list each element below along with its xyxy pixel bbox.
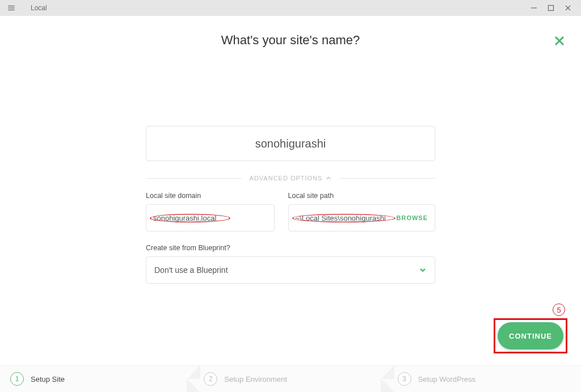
continue-area: 5 CONTINUE [494, 304, 567, 353]
site-name-input[interactable] [146, 126, 435, 161]
annotation-red-frame: CONTINUE [494, 318, 567, 353]
continue-button[interactable]: CONTINUE [498, 322, 563, 349]
chevron-up-icon [326, 175, 331, 181]
path-input-box[interactable]: BROWSE [288, 204, 436, 231]
step-number: 1 [10, 372, 24, 386]
annotation-circle [296, 214, 392, 222]
close-dialog-button[interactable] [551, 33, 567, 49]
advanced-options-label: ADVANCED OPTIONS [250, 175, 323, 182]
domain-input[interactable] [153, 214, 227, 222]
divider-line [146, 178, 242, 179]
step-setup-wordpress[interactable]: 3 Setup WordPress [388, 366, 581, 392]
blueprint-field-label: Create site from Blueprint? [146, 244, 435, 252]
step-setup-site[interactable]: 1 Setup Site [0, 366, 193, 392]
domain-field-label: Local site domain [146, 192, 275, 200]
main-content: What's your site's name? ADVANCED OPTION… [0, 16, 581, 392]
step-label: Setup Site [31, 375, 65, 383]
step-setup-environment[interactable]: 2 Setup Environment [193, 366, 387, 392]
window-minimize-button[interactable] [525, 0, 542, 16]
hamburger-menu-icon[interactable] [5, 4, 18, 12]
annotation-step-number: 5 [553, 304, 565, 316]
step-label: Setup WordPress [418, 375, 476, 383]
step-label: Setup Environment [224, 375, 287, 383]
advanced-options-toggle[interactable]: ADVANCED OPTIONS [146, 175, 435, 182]
window-title: Local [31, 4, 47, 12]
window-close-button[interactable] [559, 0, 576, 16]
chevron-down-icon [419, 266, 427, 274]
window-maximize-button[interactable] [542, 0, 559, 16]
page-title: What's your site's name? [221, 33, 360, 48]
path-input[interactable] [296, 214, 392, 222]
step-number: 2 [204, 372, 217, 386]
svg-rect-0 [549, 6, 554, 11]
browse-button[interactable]: BROWSE [397, 214, 428, 221]
form-area: ADVANCED OPTIONS Local site domain Local… [146, 126, 435, 284]
setup-stepper: 1 Setup Site 2 Setup Environment 3 Setup… [0, 365, 581, 392]
step-number: 3 [398, 372, 411, 386]
window-titlebar: Local [0, 0, 581, 16]
blueprint-selected-value: Don't use a Blueprint [154, 265, 228, 275]
divider-line [339, 178, 435, 179]
annotation-circle [153, 214, 227, 222]
path-field-label: Local site path [288, 192, 436, 200]
domain-input-box[interactable] [146, 204, 275, 231]
blueprint-select[interactable]: Don't use a Blueprint [146, 256, 435, 284]
